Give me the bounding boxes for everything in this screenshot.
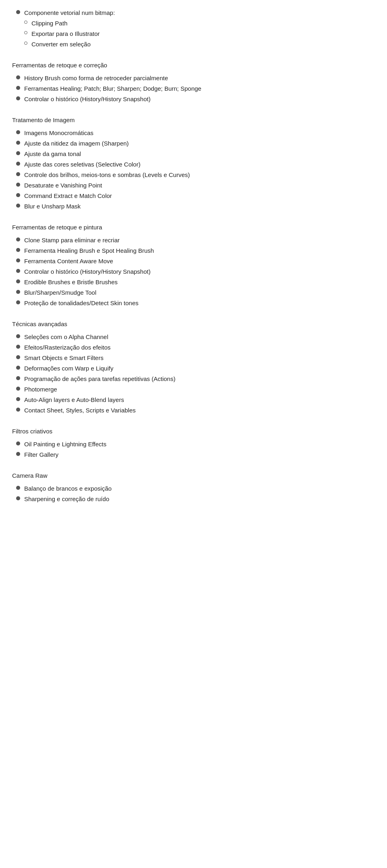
sub-list-clipping: Clipping Path Exportar para o Illustrato… [12,19,375,49]
list-item: Blur e Unsharp Mask [12,202,375,211]
item-text: Auto-Align layers e Auto-Blend layers [24,395,375,405]
bullet-icon [16,237,20,241]
bullet-icon [16,376,20,380]
section-header-tratamento: Tratamento de Imagem [12,115,375,125]
item-text: Photomerge [24,385,375,394]
bullet-icon [16,486,20,490]
section-header-tecnicas: Técnicas avançadas [12,319,375,329]
bullet-icon [16,10,20,14]
list-item: Ferramenta Healing Brush e Spot Healing … [12,246,375,256]
list-item: Ajuste das cores seletivas (Selective Co… [12,160,375,169]
item-text: Balanço de brancos e exposição [24,484,375,493]
item-text: Command Extract e Match Color [24,191,375,201]
list-item: Seleções com o Alpha Channel [12,332,375,342]
item-text: Deformações com Warp e Liquify [24,364,375,373]
list-item: Programação de ações para tarefas repeti… [12,374,375,384]
bullet-list-pintura: Clone Stamp para eliminar e recriarFerra… [12,235,375,308]
item-text: Smart Objects e Smart Filters [24,353,375,363]
item-text: Erodible Brushes e Bristle Brushes [24,277,375,287]
item-text: Programação de ações para tarefas repeti… [24,374,375,384]
item-text: History Brush como forma de retroceder p… [24,73,375,83]
item-text: Contact Sheet, Styles, Scripts e Variabl… [24,406,375,415]
bullet-icon [16,496,20,500]
bullet-icon [16,248,20,252]
bullet-list-tratamento: Imagens MonocromáticasAjuste da nitidez … [12,128,375,211]
section-header-pintura: Ferramentas de retoque e pintura [12,223,375,232]
item-text: Ajuste da nitidez da imagem (Sharpen) [24,139,375,148]
item-text: Sharpening e correção de ruído [24,494,375,504]
list-item: Ajuste da gama tonal [12,149,375,159]
item-text: Componente vetorial num bitmap: [24,8,375,18]
list-item: Efeitos/Rasterização dos efeitos [12,343,375,352]
item-text: Ajuste das cores seletivas (Selective Co… [24,160,375,169]
sub-item-text: Exportar para o Illustrator [31,29,375,39]
item-text: Seleções com o Alpha Channel [24,332,375,342]
bullet-icon [16,300,20,304]
section-header-retoque-correcao: Ferramentas de retoque e correção [12,60,375,70]
sub-list-item: Clipping Path [12,19,375,28]
bullet-icon [16,355,20,359]
bullet-icon [16,193,20,197]
list-item: Sharpening e correção de ruído [12,494,375,504]
bullet-icon [16,366,20,370]
sub-item-text: Converter em seleção [31,40,375,49]
bullet-icon [16,345,20,349]
bullet-icon [16,130,20,134]
sub-list-item: Exportar para o Illustrator [12,29,375,39]
list-item: Smart Objects e Smart Filters [12,353,375,363]
list-item: Deformações com Warp e Liquify [12,364,375,373]
item-text: Imagens Monocromáticas [24,128,375,138]
bullet-icon [16,96,20,100]
section-header-camera: Camera Raw [12,471,375,481]
bullet-icon [16,334,20,338]
list-item: Ajuste da nitidez da imagem (Sharpen) [12,139,375,148]
top-bullet-list: Componente vetorial num bitmap: [12,8,375,18]
list-item: Balanço de brancos e exposição [12,484,375,493]
item-text: Blur e Unsharp Mask [24,202,375,211]
bullet-icon [16,452,20,456]
section-header-filtros: Filtros criativos [12,427,375,436]
item-text: Ferramenta Content Aware Move [24,256,375,266]
list-item: Filter Gallery [12,450,375,460]
list-item: Controlar o histórico (History/History S… [12,267,375,277]
bullet-list-tecnicas: Seleções com o Alpha ChannelEfeitos/Rast… [12,332,375,415]
list-item: History Brush como forma de retroceder p… [12,73,375,83]
bullet-icon [16,75,20,79]
sub-item-text: Clipping Path [31,19,375,28]
item-text: Oil Painting e Lightning Effects [24,439,375,449]
bullet-icon [16,141,20,145]
item-text: Ajuste da gama tonal [24,149,375,159]
bullet-icon [16,162,20,166]
list-item: Ferramentas Healing; Patch; Blur; Sharpe… [12,84,375,94]
item-text: Clone Stamp para eliminar e recriar [24,235,375,245]
list-item: Contact Sheet, Styles, Scripts e Variabl… [12,406,375,415]
item-text: Controlar o histórico (History/History S… [24,94,375,104]
list-item: Proteção de tonalidades/Detect Skin tone… [12,298,375,308]
sub-list-item: Converter em seleção [12,40,375,49]
list-item: Clone Stamp para eliminar e recriar [12,235,375,245]
bullet-list-retoque-correcao: History Brush como forma de retroceder p… [12,73,375,104]
bullet-icon [16,183,20,187]
list-item: Componente vetorial num bitmap: [12,8,375,18]
sub-bullet-icon [24,42,27,45]
list-item: Controle dos brilhos, meios-tons e sombr… [12,170,375,180]
bullet-icon [16,172,20,176]
bullet-icon [16,269,20,273]
item-text: Ferramenta Healing Brush e Spot Healing … [24,246,375,256]
bullet-icon [16,86,20,90]
list-item: Desaturate e Vanishing Point [12,181,375,190]
sub-bullet-icon [24,31,27,34]
bullet-icon [16,279,20,283]
bullet-list-filtros: Oil Painting e Lightning EffectsFilter G… [12,439,375,460]
list-item: Ferramenta Content Aware Move [12,256,375,266]
item-text: Controlar o histórico (History/History S… [24,267,375,277]
list-item: Oil Painting e Lightning Effects [12,439,375,449]
page-content: Componente vetorial num bitmap: Clipping… [12,8,375,504]
list-item: Erodible Brushes e Bristle Brushes [12,277,375,287]
list-item: Imagens Monocromáticas [12,128,375,138]
item-text: Controle dos brilhos, meios-tons e sombr… [24,170,375,180]
list-item: Photomerge [12,385,375,394]
list-item: Command Extract e Match Color [12,191,375,201]
item-text: Proteção de tonalidades/Detect Skin tone… [24,298,375,308]
sub-bullet-icon [24,21,27,24]
